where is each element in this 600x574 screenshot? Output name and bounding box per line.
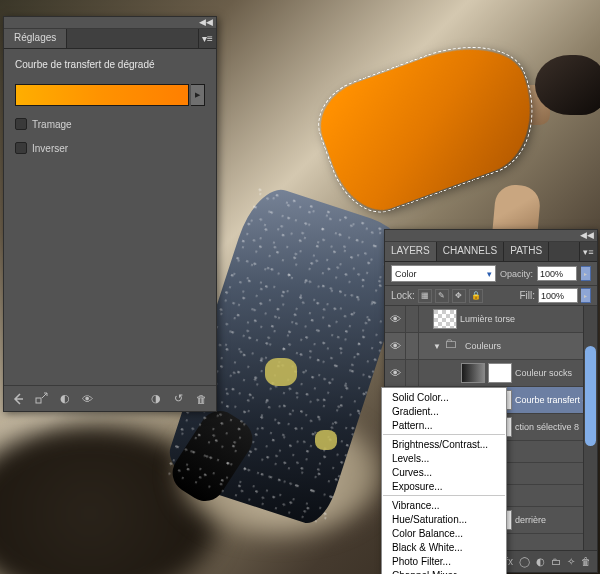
paint-spot: [315, 430, 337, 450]
opacity-input[interactable]: 100%: [537, 266, 577, 281]
adjustment-context-menu: Solid Color...Gradient...Pattern...Brigh…: [381, 387, 507, 574]
menu-item[interactable]: Black & White...: [382, 540, 506, 554]
folder-icon: 🗀: [444, 336, 462, 356]
dither-option[interactable]: Tramage: [15, 118, 205, 130]
menu-item[interactable]: Levels...: [382, 451, 506, 465]
menu-item[interactable]: Exposure...: [382, 479, 506, 493]
layer-row[interactable]: 👁▼🗀Couleurs: [385, 333, 597, 360]
tab-layers[interactable]: LAYERS: [385, 242, 437, 261]
menu-item[interactable]: Vibrance...: [382, 498, 506, 512]
menu-item[interactable]: Gradient...: [382, 404, 506, 418]
panel-menu-button[interactable]: ▾≡: [198, 29, 216, 48]
menu-item[interactable]: Photo Filter...: [382, 554, 506, 568]
reset-icon[interactable]: ↺: [170, 390, 187, 407]
adjustment-thumbnail: [461, 363, 485, 383]
expand-icon[interactable]: [33, 390, 50, 407]
visibility-icon[interactable]: 👁: [385, 313, 405, 325]
trash-icon[interactable]: 🗑: [193, 390, 210, 407]
checkbox-icon[interactable]: [15, 142, 27, 154]
reverse-label: Inverser: [32, 143, 68, 154]
menu-item[interactable]: Curves...: [382, 465, 506, 479]
separator: [383, 434, 505, 435]
layer-name: Lumière torse: [460, 314, 597, 324]
trash-icon[interactable]: 🗑: [581, 556, 591, 567]
adjustment-layer-icon[interactable]: ◐: [536, 556, 545, 567]
fill-label: Fill:: [519, 290, 535, 301]
scroll-thumb[interactable]: [585, 346, 596, 446]
link-cell: [405, 333, 419, 359]
panel-tabs: Réglages ▾≡: [4, 29, 216, 49]
svg-rect-0: [36, 398, 41, 403]
mask-thumbnail: [488, 363, 512, 383]
menu-item[interactable]: Hue/Saturation...: [382, 512, 506, 526]
panel-grip[interactable]: ◀◀: [4, 17, 216, 29]
prev-state-icon[interactable]: ◑: [147, 390, 164, 407]
panel-footer: ◐ 👁 ◑ ↺ 🗑: [4, 385, 216, 411]
menu-item[interactable]: Brightness/Contrast...: [382, 437, 506, 451]
gradient-swatch[interactable]: [15, 84, 189, 106]
layer-row[interactable]: 👁Lumière torse: [385, 306, 597, 333]
adjustment-title: Courbe de transfert de dégradé: [15, 59, 205, 70]
lock-pixels-icon[interactable]: ✎: [435, 289, 449, 303]
collapse-icon[interactable]: ◀◀: [580, 231, 594, 240]
blend-mode-select[interactable]: Color▾: [391, 265, 496, 282]
scrollbar[interactable]: [583, 306, 597, 550]
panel-grip[interactable]: ◀◀: [385, 230, 597, 242]
group-icon[interactable]: 🗀: [551, 556, 561, 567]
fill-slider-icon[interactable]: ▸: [581, 288, 591, 303]
checkbox-icon[interactable]: [15, 118, 27, 130]
fill-input[interactable]: 100%: [538, 288, 578, 303]
panel-body: Courbe de transfert de dégradé ▶ Tramage…: [4, 49, 216, 385]
link-cell: [405, 360, 419, 386]
paint-spot: [265, 358, 297, 386]
tab-reglages[interactable]: Réglages: [4, 29, 67, 48]
lock-label: Lock:: [391, 290, 415, 301]
layer-thumbnail: [433, 309, 457, 329]
separator: [383, 495, 505, 496]
mask-icon[interactable]: ◯: [519, 556, 530, 567]
gradient-editor[interactable]: ▶: [15, 84, 205, 106]
lock-row: Lock: ▦ ✎ ✥ 🔒 Fill: 100% ▸: [385, 286, 597, 306]
dither-label: Tramage: [32, 119, 72, 130]
layer-name: Couleurs: [465, 341, 597, 351]
collapse-icon[interactable]: ◀◀: [199, 18, 213, 27]
lock-position-icon[interactable]: ✥: [452, 289, 466, 303]
menu-item[interactable]: Color Balance...: [382, 526, 506, 540]
visibility-icon[interactable]: 👁: [385, 340, 405, 352]
opacity-slider-icon[interactable]: ▸: [581, 266, 591, 281]
visibility-icon[interactable]: 👁: [79, 390, 96, 407]
clip-icon[interactable]: ◐: [56, 390, 73, 407]
tab-paths[interactable]: PATHS: [504, 242, 549, 261]
lock-all-icon[interactable]: 🔒: [469, 289, 483, 303]
visibility-icon[interactable]: 👁: [385, 367, 405, 379]
new-layer-icon[interactable]: ✧: [567, 556, 575, 567]
menu-item[interactable]: Channel Mixer...: [382, 568, 506, 574]
menu-item[interactable]: Pattern...: [382, 418, 506, 432]
back-arrow-icon[interactable]: [10, 390, 27, 407]
gradient-dropdown-icon[interactable]: ▶: [191, 84, 205, 106]
menu-item[interactable]: Solid Color...: [382, 390, 506, 404]
tab-channels[interactable]: CHANNELS: [437, 242, 504, 261]
reverse-option[interactable]: Inverser: [15, 142, 205, 154]
lock-transparency-icon[interactable]: ▦: [418, 289, 432, 303]
layer-row[interactable]: 👁Couleur socks: [385, 360, 597, 387]
panel-tabs: LAYERS CHANNELS PATHS ▾≡: [385, 242, 597, 262]
link-cell: [405, 306, 419, 332]
panel-menu-button[interactable]: ▾≡: [579, 242, 597, 261]
blend-row: Color▾ Opacity: 100% ▸: [385, 262, 597, 286]
opacity-label: Opacity:: [500, 269, 533, 279]
adjustments-panel: ◀◀ Réglages ▾≡ Courbe de transfert de dé…: [3, 16, 217, 412]
head-shape: [535, 55, 600, 115]
